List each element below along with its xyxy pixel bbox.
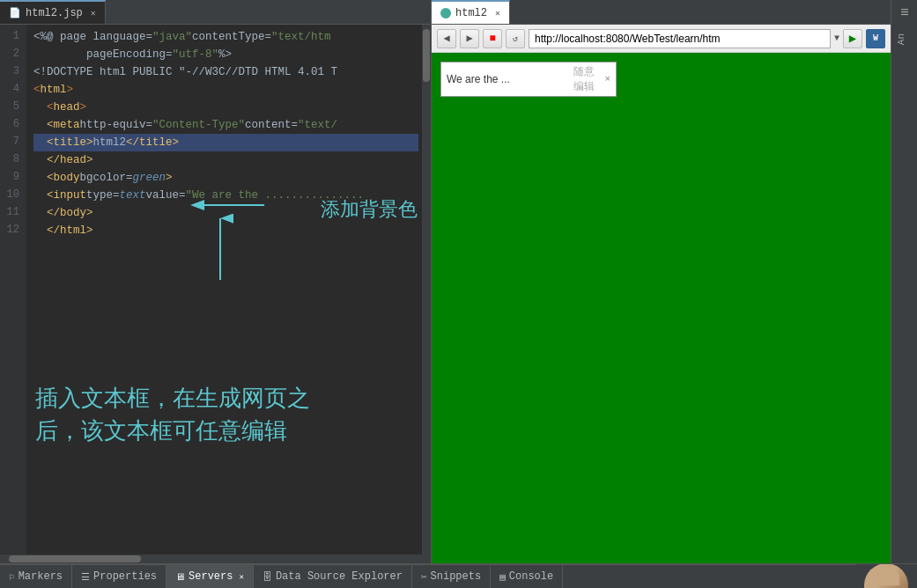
- editor-tab-label: html2.jsp: [26, 7, 83, 19]
- editor-tab-html2jsp[interactable]: 📄 html2.jsp ✕: [0, 0, 106, 24]
- scrollbar-h-thumb: [9, 555, 141, 562]
- browser-content: 随意编辑 ×: [432, 53, 891, 563]
- tab-close-icon[interactable]: ✕: [91, 8, 96, 18]
- code-line-2: pageEncoding="utf-8"%>: [33, 46, 418, 63]
- status-label-snippets: Snippets: [431, 570, 482, 583]
- code-line-8: </head>: [33, 151, 418, 169]
- vertical-scrollbar[interactable]: [422, 25, 431, 555]
- browser-input-field[interactable]: [447, 73, 570, 85]
- annotation-add-bg: 添加背景色: [321, 196, 418, 223]
- browser-toolbar: ◀ ▶ ■ ↺ ▼ ▶ W: [432, 25, 891, 53]
- status-item-servers[interactable]: 🖥 Servers ✕: [166, 565, 254, 588]
- status-label-properties: Properties: [93, 570, 157, 583]
- browser-tab-html2[interactable]: html2 ✕: [432, 0, 510, 24]
- browser-panel: html2 ✕ ◀ ▶ ■ ↺ ▼ ▶ W 随意编辑 ×: [432, 0, 891, 563]
- status-item-datasource[interactable]: 🗄 Data Source Explorer: [254, 565, 412, 588]
- code-line-4: <html>: [33, 81, 418, 99]
- servers-close-icon[interactable]: ✕: [239, 572, 243, 582]
- scrollbar-thumb: [423, 29, 430, 82]
- code-line-3: <!DOCTYPE html PUBLIC "-//W3C//DTD HTML …: [33, 63, 418, 81]
- status-item-markers[interactable]: ⚐ Markers: [0, 565, 72, 588]
- snippets-icon: ✂: [421, 571, 427, 583]
- editor-tab-bar: 📄 html2.jsp ✕: [0, 0, 431, 25]
- user-avatar: [855, 564, 917, 588]
- run-button[interactable]: ▶: [843, 29, 862, 48]
- line-numbers: 1234 5678 9101112: [0, 25, 26, 555]
- servers-icon: 🖥: [175, 571, 185, 583]
- code-line-12: </html>: [33, 222, 418, 239]
- browser-tab-bar: html2 ✕: [432, 0, 891, 25]
- console-icon: ▤: [499, 571, 506, 583]
- browser-tab-label: html2: [455, 7, 487, 19]
- status-item-snippets[interactable]: ✂ Snippets: [412, 565, 491, 588]
- file-icon: 📄: [9, 7, 21, 18]
- ext-button[interactable]: W: [866, 29, 885, 48]
- url-dropdown[interactable]: ▼: [834, 33, 839, 43]
- status-label-servers: Servers: [189, 570, 233, 583]
- datasource-icon: 🗄: [263, 571, 272, 583]
- annotation-insert: 插入文本框，在生成网页之后，该文本框可任意编辑: [35, 350, 310, 446]
- status-label-markers: Markers: [18, 570, 63, 583]
- sidebar-label-an: An: [891, 26, 917, 52]
- input-close-button[interactable]: ×: [604, 74, 610, 85]
- main-area: 📄 html2.jsp ✕ 1234 5678 9101112 <%@ page…: [0, 0, 917, 563]
- properties-icon: ☰: [81, 571, 90, 583]
- code-line-7: <title>html2</title>: [33, 134, 418, 151]
- stop-button[interactable]: ■: [483, 29, 502, 48]
- forward-button[interactable]: ▶: [460, 29, 479, 48]
- sidebar-btn-1[interactable]: ≡: [891, 0, 917, 26]
- back-button[interactable]: ◀: [437, 29, 456, 48]
- browser-input-container: 随意编辑 ×: [440, 62, 617, 97]
- refresh-button[interactable]: ↺: [506, 29, 525, 48]
- code-line-6: <meta http-equiv="Content-Type" content=…: [33, 116, 418, 134]
- editor-content: 1234 5678 9101112 <%@ page language="jav…: [0, 25, 431, 555]
- editor-panel: 📄 html2.jsp ✕ 1234 5678 9101112 <%@ page…: [0, 0, 432, 563]
- horizontal-scrollbar[interactable]: [0, 555, 431, 563]
- sidebar-right: ≡ An: [891, 0, 917, 563]
- status-bar: ⚐ Markers ☰ Properties 🖥 Servers ✕ 🗄 Dat…: [0, 563, 917, 588]
- browser-tab-icon: [440, 8, 451, 18]
- code-line-5: <head>: [33, 99, 418, 116]
- status-label-console: Console: [509, 570, 553, 583]
- status-label-datasource: Data Source Explorer: [276, 570, 403, 583]
- code-line-9: <body bgcolor=green>: [33, 169, 418, 187]
- code-line-1: <%@ page language="java" contentType="te…: [33, 28, 418, 46]
- browser-tab-close[interactable]: ✕: [495, 8, 500, 18]
- url-bar[interactable]: [529, 29, 831, 48]
- status-item-properties[interactable]: ☰ Properties: [72, 565, 166, 588]
- input-label: 随意编辑: [573, 64, 601, 94]
- markers-icon: ⚐: [9, 571, 15, 583]
- status-item-console[interactable]: ▤ Console: [491, 565, 563, 588]
